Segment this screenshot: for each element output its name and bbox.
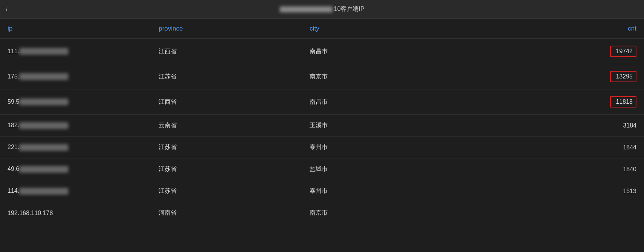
header-bar: i 10客户端IP — [0, 0, 644, 19]
ip-prefix: 59.5 — [8, 98, 19, 105]
cell-province: 江苏省 — [151, 64, 302, 89]
cnt-value: 1844 — [623, 144, 636, 151]
ip-blur — [19, 188, 68, 195]
cell-cnt: 11818 — [533, 89, 644, 115]
ip-prefix: 221. — [8, 144, 19, 150]
cell-province: 云南省 — [151, 115, 302, 137]
ip-blur — [19, 144, 68, 151]
cell-cnt — [533, 202, 644, 224]
ip-blur — [19, 166, 68, 173]
cell-city: 泰州市 — [302, 137, 533, 158]
cnt-value: 3184 — [623, 122, 636, 129]
cell-city: 盐城市 — [302, 158, 533, 180]
cell-cnt: 1840 — [533, 158, 644, 180]
table-row: 221.江苏省泰州市1844 — [0, 137, 644, 158]
info-icon: i — [6, 6, 7, 12]
cnt-value-highlighted: 13295 — [610, 71, 636, 82]
cell-province: 江苏省 — [151, 180, 302, 202]
cell-ip: 175. — [0, 64, 151, 89]
cell-city: 南昌市 — [302, 89, 533, 115]
header-blur — [280, 6, 333, 12]
cell-city: 玉溪市 — [302, 115, 533, 137]
cell-province: 江苏省 — [151, 137, 302, 158]
col-header-cnt: cnt — [533, 19, 644, 39]
ip-blur — [19, 98, 68, 105]
data-table: ip province city cnt 111.江西省南昌市19742175.… — [0, 19, 644, 224]
ip-blur — [19, 73, 68, 80]
col-header-city: city — [302, 19, 533, 39]
cell-ip: 49.6 — [0, 158, 151, 180]
cell-ip: 59.5 — [0, 89, 151, 115]
table-row: 175.江苏省南京市13295 — [0, 64, 644, 89]
header-title: 10客户端IP — [280, 5, 365, 13]
cnt-value: 1840 — [623, 166, 636, 173]
ip-prefix: 182. — [8, 122, 19, 128]
ip-prefix: 175. — [8, 73, 19, 80]
cell-ip: 221. — [0, 137, 151, 158]
table-body: 111.江西省南昌市19742175.江苏省南京市1329559.5江西省南昌市… — [0, 39, 644, 224]
ip-prefix: 49.6 — [8, 166, 19, 172]
ip-prefix: 192.168.110.178 — [8, 210, 53, 216]
cell-city: 南京市 — [302, 64, 533, 89]
ip-prefix: 111. — [8, 48, 19, 54]
header-title-suffix: 10客户端IP — [334, 6, 365, 12]
table-header: ip province city cnt — [0, 19, 644, 39]
ip-blur — [19, 122, 68, 129]
cnt-value-highlighted: 11818 — [610, 96, 636, 108]
table-row: 114.江苏省泰州市1513 — [0, 180, 644, 202]
cell-province: 江西省 — [151, 39, 302, 64]
table-row: 49.6江苏省盐城市1840 — [0, 158, 644, 180]
cnt-value: 1513 — [623, 188, 636, 195]
table-row: 182.云南省玉溪市3184 — [0, 115, 644, 137]
ip-prefix: 114. — [8, 187, 19, 194]
cell-cnt: 13295 — [533, 64, 644, 89]
cell-ip: 114. — [0, 180, 151, 202]
cell-city: 南昌市 — [302, 39, 533, 64]
header-row: ip province city cnt — [0, 19, 644, 39]
cell-cnt: 1844 — [533, 137, 644, 158]
table-row: 192.168.110.178河南省南京市 — [0, 202, 644, 224]
cell-cnt: 19742 — [533, 39, 644, 64]
cell-city: 泰州市 — [302, 180, 533, 202]
cell-province: 河南省 — [151, 202, 302, 224]
table-row: 111.江西省南昌市19742 — [0, 39, 644, 64]
cell-province: 江苏省 — [151, 158, 302, 180]
cell-city: 南京市 — [302, 202, 533, 224]
cell-ip: 182. — [0, 115, 151, 137]
cell-ip: 111. — [0, 39, 151, 64]
ip-blur — [19, 48, 68, 55]
cell-cnt: 3184 — [533, 115, 644, 137]
cell-cnt: 1513 — [533, 180, 644, 202]
cell-province: 江西省 — [151, 89, 302, 115]
cell-ip: 192.168.110.178 — [0, 202, 151, 224]
table-row: 59.5江西省南昌市11818 — [0, 89, 644, 115]
col-header-ip: ip — [0, 19, 151, 39]
col-header-province: province — [151, 19, 302, 39]
cnt-value-highlighted: 19742 — [610, 46, 636, 57]
